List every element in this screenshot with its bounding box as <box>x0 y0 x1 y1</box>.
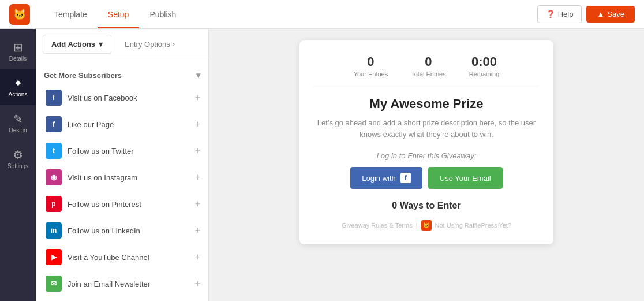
remaining-value: 0:00 <box>469 54 500 69</box>
action-youtube-visit[interactable]: ▶ Visit a YouTube Channel + <box>36 244 208 270</box>
add-twitter-follow-icon: + <box>195 146 200 156</box>
sidebar-item-design[interactable]: ✎ Design <box>0 105 36 141</box>
facebook-visit-label: Visit us on Facebook <box>68 94 195 102</box>
tab-template[interactable]: Template <box>44 2 98 28</box>
tab-setup[interactable]: Setup <box>98 2 140 28</box>
nav-tabs: Template Setup Publish <box>44 1 186 28</box>
section-subscribers-title: Get More Subscribers <box>44 71 122 80</box>
design-icon: ✎ <box>13 113 23 125</box>
app-logo: 🐱 <box>9 4 30 25</box>
add-facebook-visit-icon: + <box>195 92 200 103</box>
action-email-newsletter[interactable]: ✉ Join an Email Newsletter + <box>36 270 208 297</box>
ways-to-enter: 0 Ways to Enter <box>313 200 540 211</box>
panel-toolbar: Add Actions ▾ Entry Options › <box>36 29 208 60</box>
preview-area: 0 Your Entries 0 Total Entries 0:00 Rema… <box>209 29 644 301</box>
twitter-follow-icon: t <box>46 143 62 159</box>
action-facebook-like[interactable]: f Like our Page + <box>36 111 208 138</box>
section-subscribers-header: Get More Subscribers ▾ <box>36 67 208 84</box>
sidebar-item-details[interactable]: ⊞ Details <box>0 34 36 69</box>
footer-separator: | <box>416 222 418 229</box>
card-footer: Giveaway Rules & Terms | 🐱 Not Using Raf… <box>313 220 540 231</box>
total-entries-value: 0 <box>411 54 446 69</box>
save-icon: ▲ <box>597 10 604 18</box>
use-email-label: Use Your Email <box>440 174 491 183</box>
sidebar-item-actions-label: Actions <box>9 91 28 98</box>
actions-panel: Add Actions ▾ Entry Options › Get More S… <box>36 29 209 301</box>
your-entries-label: Your Entries <box>354 70 388 77</box>
sidebar-item-settings[interactable]: ⚙ Settings <box>0 141 36 177</box>
login-label: Log in to Enter this Giveaway: <box>313 151 540 160</box>
total-entries-label: Total Entries <box>411 70 446 77</box>
main-layout: ⊞ Details ✦ Actions ✎ Design ⚙ Settings … <box>0 29 644 301</box>
action-instagram-visit[interactable]: ◉ Visit us on Instagram + <box>36 164 208 191</box>
chevron-down-icon: ▾ <box>196 70 200 80</box>
action-pinterest-follow[interactable]: p Follow us on Pinterest + <box>36 191 208 217</box>
facebook-btn-icon: f <box>400 173 411 183</box>
stat-your-entries: 0 Your Entries <box>354 54 388 77</box>
help-label: Help <box>558 10 574 18</box>
question-icon: ❓ <box>546 10 555 18</box>
add-instagram-visit-icon: + <box>195 172 200 183</box>
facebook-visit-icon: f <box>46 90 62 106</box>
prize-description: Let's go ahead and add a short prize des… <box>313 117 540 140</box>
sidebar-item-design-label: Design <box>9 127 27 133</box>
giveaway-card: 0 Your Entries 0 Total Entries 0:00 Rema… <box>299 40 553 244</box>
add-facebook-like-icon: + <box>195 119 200 129</box>
instagram-visit-label: Visit us on Instagram <box>68 173 195 182</box>
email-newsletter-icon: ✉ <box>46 276 62 292</box>
pinterest-follow-label: Follow us on Pinterest <box>68 200 195 209</box>
actions-icon: ✦ <box>13 77 23 89</box>
add-pinterest-follow-icon: + <box>195 199 200 209</box>
add-youtube-visit-icon: + <box>195 252 200 262</box>
help-button[interactable]: ❓ Help <box>537 5 582 23</box>
panel-scroll[interactable]: Get More Subscribers ▾ f Visit us on Fac… <box>36 60 208 301</box>
email-newsletter-label: Join an Email Newsletter <box>68 280 195 288</box>
settings-icon: ⚙ <box>13 149 23 161</box>
details-icon: ⊞ <box>13 42 23 53</box>
save-label: Save <box>607 10 624 18</box>
stats-divider <box>313 87 540 87</box>
sidebar-item-actions[interactable]: ✦ Actions <box>0 69 36 105</box>
action-facebook-visit[interactable]: f Visit us on Facebook + <box>36 84 208 111</box>
pinterest-follow-icon: p <box>46 196 62 212</box>
stats-row: 0 Your Entries 0 Total Entries 0:00 Rema… <box>313 54 540 77</box>
facebook-like-icon: f <box>46 116 62 132</box>
your-entries-value: 0 <box>354 54 388 69</box>
email-login-button[interactable]: Use Your Email <box>428 167 503 189</box>
sidebar: ⊞ Details ✦ Actions ✎ Design ⚙ Settings <box>0 29 36 301</box>
twitter-follow-label: Follow us on Twitter <box>68 147 195 155</box>
footer-not-using-link[interactable]: Not Using RafflePress Yet? <box>435 222 511 229</box>
instagram-visit-icon: ◉ <box>46 169 62 185</box>
entry-options-button[interactable]: Entry Options › <box>116 35 184 54</box>
add-linkedin-follow-icon: + <box>195 225 200 236</box>
facebook-login-button[interactable]: Login with f <box>350 167 422 189</box>
save-button[interactable]: ▲ Save <box>586 6 635 23</box>
action-twitter-follow[interactable]: t Follow us on Twitter + <box>36 138 208 164</box>
action-linkedin-follow[interactable]: in Follow us on LinkedIn + <box>36 217 208 244</box>
facebook-like-label: Like our Page <box>68 120 195 129</box>
remaining-label: Remaining <box>469 70 500 77</box>
entry-options-label: Entry Options <box>125 40 170 49</box>
login-with-label: Login with <box>362 174 396 183</box>
sidebar-item-details-label: Details <box>9 55 27 62</box>
linkedin-follow-icon: in <box>46 222 62 239</box>
stat-remaining: 0:00 Remaining <box>469 54 500 77</box>
rafflepress-logo: 🐱 <box>421 220 432 231</box>
add-email-newsletter-icon: + <box>195 278 200 289</box>
linkedin-follow-label: Follow us on LinkedIn <box>68 226 195 235</box>
add-actions-label: Add Actions <box>51 40 95 49</box>
prize-title: My Awesome Prize <box>313 96 540 112</box>
nav-left: 🐱 Template Setup Publish <box>9 1 186 28</box>
top-nav: 🐱 Template Setup Publish ❓ Help ▲ Save <box>0 0 644 29</box>
login-buttons: Login with f Use Your Email <box>313 167 540 189</box>
sidebar-item-settings-label: Settings <box>8 163 28 169</box>
youtube-visit-label: Visit a YouTube Channel <box>68 253 195 262</box>
chevron-right-icon: › <box>173 40 175 49</box>
youtube-visit-icon: ▶ <box>46 249 62 265</box>
nav-right: ❓ Help ▲ Save <box>537 5 635 23</box>
dropdown-icon: ▾ <box>99 40 103 49</box>
tab-publish[interactable]: Publish <box>139 2 186 28</box>
add-actions-button[interactable]: Add Actions ▾ <box>43 35 111 54</box>
stat-total-entries: 0 Total Entries <box>411 54 446 77</box>
footer-rules-link[interactable]: Giveaway Rules & Terms <box>342 222 413 229</box>
